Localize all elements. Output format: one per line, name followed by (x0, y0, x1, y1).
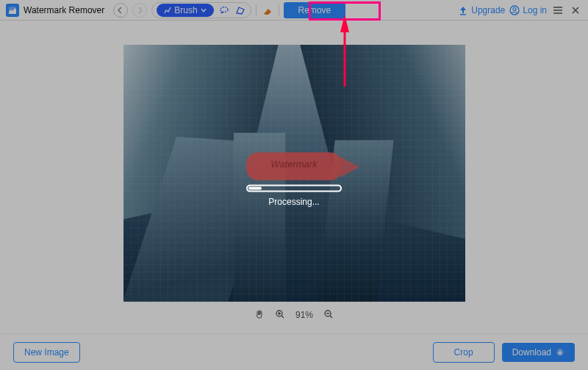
zoom-controls: 91% (0, 304, 588, 326)
redo-button[interactable] (132, 3, 147, 18)
app-logo-icon (6, 4, 19, 17)
separator (279, 4, 279, 16)
brush-tool-button[interactable]: Brush (157, 4, 213, 17)
svg-point-2 (220, 11, 223, 13)
svg-point-1 (220, 7, 228, 12)
watermark-text: Watermark (270, 159, 317, 170)
brush-label: Brush (174, 5, 197, 15)
zoom-in-button[interactable] (275, 309, 285, 322)
new-image-button[interactable]: New Image (13, 342, 80, 363)
brush-icon (164, 7, 171, 14)
watermark-selection: Watermark (246, 153, 342, 181)
login-label: Log in (523, 5, 547, 15)
eraser-tool-button[interactable] (261, 4, 274, 17)
user-icon (509, 5, 520, 15)
close-button[interactable] (569, 4, 582, 17)
toolbar: Watermark Remover Brush Remove Upgrade L… (0, 0, 588, 21)
login-link[interactable]: Log in (509, 5, 547, 15)
upgrade-link[interactable]: Upgrade (458, 5, 505, 15)
chevron-down-icon (201, 7, 207, 13)
footer: New Image Crop Download (0, 333, 588, 370)
zoom-level: 91% (295, 310, 313, 320)
upgrade-label: Upgrade (471, 5, 505, 15)
svg-rect-3 (460, 14, 466, 15)
lasso-tool-button[interactable] (218, 4, 230, 16)
separator (256, 4, 257, 16)
upload-icon (458, 5, 468, 15)
polygon-tool-button[interactable] (234, 4, 246, 16)
remove-button[interactable]: Remove (284, 2, 346, 18)
download-icon (556, 348, 564, 357)
hand-tool-button[interactable] (254, 309, 265, 322)
download-button[interactable]: Download (502, 343, 575, 362)
menu-button[interactable] (551, 4, 564, 17)
download-label: Download (512, 347, 551, 358)
tool-group: Brush (151, 2, 251, 18)
undo-button[interactable] (113, 3, 128, 18)
processing-label: Processing... (228, 197, 360, 207)
progress-bar (246, 185, 342, 192)
crop-button[interactable]: Crop (433, 342, 495, 363)
app-title: Watermark Remover (24, 5, 104, 15)
zoom-out-button[interactable] (323, 309, 334, 322)
svg-point-5 (513, 7, 516, 10)
processing-overlay: Watermark Processing... (228, 153, 360, 207)
